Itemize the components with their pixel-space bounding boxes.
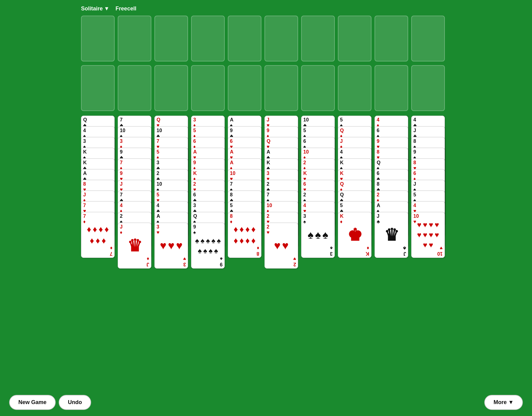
playing-card[interactable]: J♦J♦♛ <box>118 223 151 269</box>
column-10: 4♣4♣♣J♣J♣♣8♠8♠♠9♠9♠♠8♥8♥♥6♦6♦♦J♠J♠♠5♠5♠♠… <box>411 116 445 258</box>
freecell-5[interactable] <box>228 16 261 61</box>
freecell-6[interactable] <box>264 16 298 61</box>
freecell-8[interactable] <box>338 16 371 61</box>
right-buttons: More ▼ <box>484 395 523 410</box>
playing-card[interactable]: 8♦8♦♦♦♦♦♦♦♦♦ <box>228 212 261 258</box>
brand-button[interactable]: Solitaire ▼ <box>81 6 109 12</box>
foundation-7[interactable] <box>301 65 335 111</box>
foundation-10[interactable] <box>411 65 445 111</box>
header: Solitaire ▼ Freecell <box>81 3 451 16</box>
foundation-3[interactable] <box>154 65 188 111</box>
column-1: Q♣Q♣♣4♠4♠♠3♠3♠♠K♠K♠♠K♣K♣♣A♣A♣♣8♥8♥♥J♦J♦♦… <box>81 116 115 258</box>
freecell-1[interactable] <box>81 16 115 61</box>
column-8: 5♠5♠♠Q♦Q♦♦J♦J♦♦4♠4♠♠K♠K♠♠K♥K♥♥Q♦Q♦♦Q♣Q♣♣… <box>338 116 371 258</box>
column-9: 4♦4♦♦6♠6♠♠9♥9♥♥8♥8♥♥Q♠Q♠♠6♣6♣♣8♣8♣♣2♦2♦♦… <box>375 116 408 258</box>
playing-card[interactable]: 10♥10♥♥♥♥♥♥♥♥♥♥♥ <box>411 212 445 258</box>
freecell-7[interactable] <box>301 16 335 61</box>
foundation-area <box>81 65 451 111</box>
playing-card[interactable]: K♦K♦♚ <box>338 212 371 258</box>
column-7: 10♣10♣♣5♠5♠♠6♠6♠♠10♦10♦♦2♦2♦♦K♥K♥♥6♥6♥♥2… <box>301 116 335 258</box>
more-button[interactable]: More ▼ <box>484 395 523 410</box>
playing-card[interactable]: 7♦7♦♦♦♦♦♦♦♦ <box>81 212 115 258</box>
new-game-button[interactable]: New Game <box>9 395 56 410</box>
playing-card[interactable]: 2♥2♥♥♥ <box>264 223 298 269</box>
freecell-10[interactable] <box>411 16 445 61</box>
game-title: Freecell <box>116 6 136 12</box>
playing-card[interactable]: 9♠9♠♠♠♠♠♠♠♠♠♠ <box>191 223 225 269</box>
foundation-6[interactable] <box>264 65 298 111</box>
foundation-8[interactable] <box>338 65 371 111</box>
playing-card[interactable]: 3♠3♠♠♠♠ <box>301 212 335 258</box>
foundation-9[interactable] <box>375 65 408 111</box>
freecell-area <box>81 16 451 61</box>
columns-area: Q♣Q♣♣4♠4♠♠3♠3♠♠K♠K♠♠K♣K♣♣A♣A♣♣8♥8♥♥J♦J♦♦… <box>81 116 451 269</box>
foundation-1[interactable] <box>81 65 115 111</box>
brand-label: Solitaire <box>81 6 103 12</box>
undo-button[interactable]: Undo <box>59 395 91 410</box>
column-3: Q♥Q♥♥10♣10♣♣7♥7♥♥5♦5♦♦3♣3♣♣2♣2♣♣10♠10♠♠5… <box>154 116 188 269</box>
left-buttons: New Game Undo <box>9 395 91 410</box>
freecell-4[interactable] <box>191 16 225 61</box>
bottom-bar: New Game Undo More ▼ <box>0 395 532 410</box>
column-2: 7♣7♣♣10♠10♠♠3♦3♦♦9♣9♣♣7♦7♦♦9♥9♥♥J♥J♥♥7♣7… <box>118 116 151 269</box>
brand-arrow: ▼ <box>104 6 109 12</box>
freecell-3[interactable] <box>154 16 188 61</box>
column-5: A♠A♠♠9♣9♣♣6♥6♥♥A♥A♥♥A♦A♦♦10♥10♥♥7♠7♠♠8♣8… <box>228 116 261 258</box>
foundation-2[interactable] <box>118 65 151 111</box>
playing-card[interactable]: 3♥3♥♥♥♥ <box>154 223 188 269</box>
foundation-5[interactable] <box>228 65 261 111</box>
freecell-9[interactable] <box>375 16 408 61</box>
playing-card[interactable]: J♣J♣♛ <box>375 212 408 258</box>
freecell-2[interactable] <box>118 16 151 61</box>
column-4: 3♦3♦♦5♦5♦♦6♦6♦♦A♥A♥♥9♦9♦♦K♦K♦♦2♥2♥♥6♣6♣♣… <box>191 116 225 269</box>
column-6: J♥J♥♥9♦9♦♦Q♥Q♥♥A♣A♣♣K♣K♣♣3♥3♥♥2♣2♣♣7♠7♠♠… <box>264 116 298 269</box>
foundation-4[interactable] <box>191 65 225 111</box>
